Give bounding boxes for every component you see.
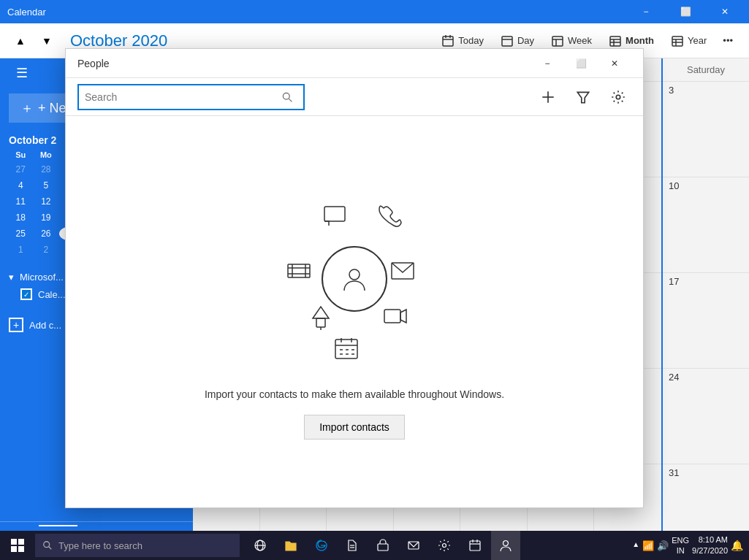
svg-point-30 bbox=[349, 269, 360, 280]
taskbar-search[interactable]: Type here to search bbox=[35, 534, 240, 557]
svg-rect-9 bbox=[610, 37, 620, 46]
svg-rect-41 bbox=[384, 310, 400, 323]
prev-button[interactable]: ▲ bbox=[9, 29, 32, 53]
titlebar-controls: − ⬜ ✕ bbox=[629, 0, 742, 23]
saturday-cell[interactable]: 24 bbox=[663, 369, 749, 464]
calendar-label: Cale... bbox=[38, 289, 66, 300]
svg-marker-39 bbox=[313, 307, 329, 318]
edge-browser-button[interactable] bbox=[307, 531, 336, 560]
svg-rect-32 bbox=[288, 264, 310, 277]
week-label: Week bbox=[568, 35, 592, 46]
search-icon-button[interactable] bbox=[277, 87, 297, 107]
search-input[interactable] bbox=[85, 91, 277, 103]
search-box bbox=[77, 84, 305, 110]
svg-rect-54 bbox=[18, 539, 24, 545]
svg-rect-56 bbox=[18, 546, 24, 552]
mini-day[interactable]: 4 bbox=[9, 178, 33, 193]
settings-button[interactable] bbox=[605, 84, 631, 110]
files-button[interactable] bbox=[338, 531, 367, 560]
mail-icon bbox=[385, 253, 420, 288]
svg-rect-53 bbox=[11, 539, 17, 545]
phone-icon bbox=[374, 199, 409, 234]
svg-point-24 bbox=[283, 93, 289, 99]
day-label: Day bbox=[517, 35, 534, 46]
task-view-button[interactable] bbox=[246, 531, 275, 560]
show-hidden-icons-button[interactable]: ▲ bbox=[632, 540, 639, 551]
clock-date: 9/27/2020 bbox=[692, 545, 728, 556]
people-dialog: People − ⬜ ✕ bbox=[65, 48, 644, 508]
lamp-icon bbox=[303, 299, 338, 334]
person-icon bbox=[340, 264, 369, 294]
more-button[interactable]: ••• bbox=[715, 32, 740, 49]
mini-day[interactable]: 1 bbox=[9, 242, 33, 257]
svg-rect-67 bbox=[470, 541, 480, 551]
import-contacts-button[interactable]: Import contacts bbox=[304, 415, 405, 440]
maximize-button[interactable]: ⬜ bbox=[669, 0, 702, 23]
svg-point-66 bbox=[443, 544, 446, 548]
chat-icon bbox=[318, 199, 353, 234]
empty-message: Import your contacts to make them availa… bbox=[205, 388, 504, 400]
wifi-icon: 📶 bbox=[642, 540, 654, 551]
add-contact-button[interactable] bbox=[535, 84, 561, 110]
svg-point-57 bbox=[44, 542, 50, 548]
mini-day[interactable]: 12 bbox=[34, 194, 58, 209]
settings-taskbar-button[interactable] bbox=[430, 531, 459, 560]
next-button[interactable]: ▼ bbox=[35, 29, 58, 53]
mini-day[interactable]: 26 bbox=[34, 226, 58, 241]
mini-day[interactable]: 19 bbox=[34, 210, 58, 225]
mini-day[interactable]: 25 bbox=[9, 226, 33, 241]
today-label: Today bbox=[458, 35, 484, 46]
saturday-cell[interactable]: 3 bbox=[663, 82, 749, 177]
mini-day[interactable]: 2 bbox=[34, 242, 58, 257]
file-explorer-button[interactable] bbox=[276, 531, 305, 560]
mini-day[interactable]: 27 bbox=[9, 162, 33, 177]
system-clock[interactable]: 8:10 AM 9/27/2020 bbox=[692, 534, 728, 557]
dialog-close-button[interactable]: ✕ bbox=[598, 52, 631, 75]
mini-day[interactable]: 28 bbox=[34, 162, 58, 177]
svg-rect-64 bbox=[378, 544, 388, 551]
month-label: Month bbox=[626, 35, 654, 46]
language-indicator[interactable]: ENG IN bbox=[672, 535, 689, 556]
svg-rect-43 bbox=[335, 340, 357, 358]
dialog-maximize-button[interactable]: ⬜ bbox=[564, 52, 598, 75]
video-icon bbox=[378, 299, 413, 334]
nav-arrows: ▲ ▼ bbox=[9, 29, 58, 53]
mini-day[interactable]: 5 bbox=[34, 178, 58, 193]
mini-day[interactable]: 18 bbox=[9, 210, 33, 225]
notification-button[interactable]: 🔔 bbox=[731, 540, 743, 551]
saturday-cells: 3 10 17 24 31 bbox=[663, 82, 749, 560]
minimize-button[interactable]: − bbox=[629, 0, 663, 23]
close-button[interactable]: ✕ bbox=[708, 0, 742, 23]
calendar-titlebar: Calendar − ⬜ ✕ bbox=[0, 0, 749, 23]
store-button[interactable] bbox=[368, 531, 398, 560]
dialog-controls: − ⬜ ✕ bbox=[531, 52, 631, 75]
filter-button[interactable] bbox=[570, 84, 596, 110]
people-taskbar-button[interactable] bbox=[491, 531, 520, 560]
year-view-button[interactable]: Year bbox=[663, 31, 714, 51]
saturday-panel: Saturday 3 10 17 24 31 bbox=[661, 58, 749, 560]
dialog-minimize-button[interactable]: − bbox=[531, 52, 564, 75]
dialog-titlebar: People − ⬜ ✕ bbox=[66, 49, 643, 78]
contact-illustration bbox=[259, 184, 449, 374]
system-icons: ▲ 📶 🔊 bbox=[632, 540, 669, 551]
svg-rect-13 bbox=[672, 37, 683, 46]
mail-button[interactable] bbox=[399, 531, 428, 560]
film-icon bbox=[281, 253, 316, 288]
saturday-header: Saturday bbox=[663, 58, 749, 82]
hamburger-button[interactable]: ☰ bbox=[9, 60, 35, 86]
day-header-mo: Mo bbox=[34, 149, 58, 161]
taskbar-search-text: Type here to search bbox=[58, 540, 142, 551]
mini-day[interactable]: 11 bbox=[9, 194, 33, 209]
calendar-checkbox[interactable]: ✓ bbox=[20, 288, 32, 300]
lang-in: IN bbox=[672, 545, 689, 556]
calendar-taskbar-button[interactable] bbox=[460, 531, 490, 560]
saturday-cell[interactable]: 10 bbox=[663, 177, 749, 273]
volume-icon[interactable]: 🔊 bbox=[657, 540, 669, 551]
saturday-cell[interactable]: 17 bbox=[663, 273, 749, 369]
dialog-toolbar bbox=[66, 78, 643, 116]
start-button[interactable] bbox=[0, 531, 35, 560]
svg-marker-42 bbox=[400, 310, 406, 323]
svg-marker-28 bbox=[577, 92, 588, 102]
clock-time: 8:10 AM bbox=[692, 534, 728, 545]
svg-rect-4 bbox=[502, 37, 512, 46]
